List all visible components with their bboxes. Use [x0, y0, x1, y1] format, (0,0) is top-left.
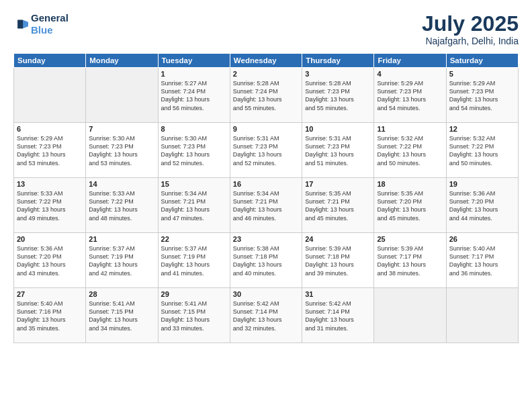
- header-wednesday: Wednesday: [230, 54, 302, 68]
- day-info: Sunrise: 5:28 AM Sunset: 7:23 PM Dayligh…: [305, 79, 371, 112]
- calendar-cell: 26Sunrise: 5:40 AM Sunset: 7:17 PM Dayli…: [446, 233, 518, 288]
- logo-icon: [13, 17, 28, 32]
- day-info: Sunrise: 5:33 AM Sunset: 7:22 PM Dayligh…: [89, 189, 154, 222]
- day-info: Sunrise: 5:39 AM Sunset: 7:18 PM Dayligh…: [305, 244, 371, 277]
- sub-title: Najafgarh, Delhi, India: [422, 36, 519, 46]
- title-block: July 2025 Najafgarh, Delhi, India: [422, 12, 519, 46]
- day-number: 12: [449, 125, 515, 133]
- day-number: 5: [449, 70, 515, 78]
- day-number: 1: [161, 70, 227, 78]
- calendar-cell: [446, 288, 518, 343]
- day-number: 7: [89, 125, 154, 133]
- day-number: 25: [377, 235, 443, 243]
- day-info: Sunrise: 5:41 AM Sunset: 7:15 PM Dayligh…: [89, 300, 154, 332]
- calendar-cell: 17Sunrise: 5:35 AM Sunset: 7:21 PM Dayli…: [302, 178, 374, 233]
- day-info: Sunrise: 5:31 AM Sunset: 7:23 PM Dayligh…: [305, 134, 371, 167]
- day-info: Sunrise: 5:36 AM Sunset: 7:20 PM Dayligh…: [17, 244, 83, 277]
- calendar-cell: 14Sunrise: 5:33 AM Sunset: 7:22 PM Dayli…: [86, 178, 158, 233]
- day-number: 18: [377, 180, 443, 188]
- day-info: Sunrise: 5:34 AM Sunset: 7:21 PM Dayligh…: [233, 189, 299, 222]
- day-info: Sunrise: 5:41 AM Sunset: 7:15 PM Dayligh…: [161, 300, 227, 332]
- header-sunday: Sunday: [14, 54, 86, 68]
- day-number: 20: [17, 235, 83, 243]
- header-saturday: Saturday: [446, 54, 518, 68]
- day-info: Sunrise: 5:36 AM Sunset: 7:20 PM Dayligh…: [449, 189, 515, 222]
- day-info: Sunrise: 5:29 AM Sunset: 7:23 PM Dayligh…: [449, 79, 515, 112]
- day-info: Sunrise: 5:37 AM Sunset: 7:19 PM Dayligh…: [161, 244, 227, 277]
- day-number: 23: [233, 235, 299, 243]
- day-number: 29: [161, 290, 227, 298]
- calendar-cell: 5Sunrise: 5:29 AM Sunset: 7:23 PM Daylig…: [446, 68, 518, 123]
- day-info: Sunrise: 5:42 AM Sunset: 7:14 PM Dayligh…: [305, 300, 371, 332]
- calendar-header-row: Sunday Monday Tuesday Wednesday Thursday…: [14, 54, 519, 68]
- calendar-cell: 9Sunrise: 5:31 AM Sunset: 7:23 PM Daylig…: [230, 123, 302, 178]
- day-info: Sunrise: 5:32 AM Sunset: 7:22 PM Dayligh…: [377, 134, 443, 167]
- calendar-cell: 23Sunrise: 5:38 AM Sunset: 7:18 PM Dayli…: [230, 233, 302, 288]
- header-friday: Friday: [374, 54, 446, 68]
- day-number: 11: [377, 125, 443, 133]
- calendar-week-2: 6Sunrise: 5:29 AM Sunset: 7:23 PM Daylig…: [14, 123, 519, 178]
- calendar-cell: 15Sunrise: 5:34 AM Sunset: 7:21 PM Dayli…: [158, 178, 230, 233]
- logo: General Blue: [13, 12, 69, 36]
- day-number: 19: [449, 180, 515, 188]
- calendar-cell: [14, 68, 86, 123]
- day-info: Sunrise: 5:42 AM Sunset: 7:14 PM Dayligh…: [233, 300, 299, 332]
- calendar-week-1: 1Sunrise: 5:27 AM Sunset: 7:24 PM Daylig…: [14, 68, 519, 123]
- calendar-week-4: 20Sunrise: 5:36 AM Sunset: 7:20 PM Dayli…: [14, 233, 519, 288]
- day-number: 24: [305, 235, 371, 243]
- calendar-cell: 25Sunrise: 5:39 AM Sunset: 7:17 PM Dayli…: [374, 233, 446, 288]
- day-number: 6: [17, 125, 83, 133]
- calendar-cell: 20Sunrise: 5:36 AM Sunset: 7:20 PM Dayli…: [14, 233, 86, 288]
- day-number: 9: [233, 125, 299, 133]
- calendar-cell: [374, 288, 446, 343]
- calendar-cell: 18Sunrise: 5:35 AM Sunset: 7:20 PM Dayli…: [374, 178, 446, 233]
- calendar-cell: 22Sunrise: 5:37 AM Sunset: 7:19 PM Dayli…: [158, 233, 230, 288]
- svg-marker-3: [17, 20, 23, 29]
- calendar-cell: 4Sunrise: 5:29 AM Sunset: 7:23 PM Daylig…: [374, 68, 446, 123]
- calendar-cell: 31Sunrise: 5:42 AM Sunset: 7:14 PM Dayli…: [302, 288, 374, 343]
- day-number: 16: [233, 180, 299, 188]
- day-number: 15: [161, 180, 227, 188]
- calendar-week-3: 13Sunrise: 5:33 AM Sunset: 7:22 PM Dayli…: [14, 178, 519, 233]
- logo-line1: General: [31, 12, 69, 24]
- day-info: Sunrise: 5:33 AM Sunset: 7:22 PM Dayligh…: [17, 189, 83, 222]
- calendar-cell: 12Sunrise: 5:32 AM Sunset: 7:22 PM Dayli…: [446, 123, 518, 178]
- day-number: 17: [305, 180, 371, 188]
- calendar-cell: 10Sunrise: 5:31 AM Sunset: 7:23 PM Dayli…: [302, 123, 374, 178]
- header-tuesday: Tuesday: [158, 54, 230, 68]
- day-number: 22: [161, 235, 227, 243]
- day-number: 14: [89, 180, 154, 188]
- day-number: 30: [233, 290, 299, 298]
- day-info: Sunrise: 5:29 AM Sunset: 7:23 PM Dayligh…: [17, 134, 83, 167]
- day-info: Sunrise: 5:40 AM Sunset: 7:16 PM Dayligh…: [17, 300, 83, 332]
- day-info: Sunrise: 5:29 AM Sunset: 7:23 PM Dayligh…: [377, 79, 443, 112]
- day-info: Sunrise: 5:34 AM Sunset: 7:21 PM Dayligh…: [161, 189, 227, 222]
- day-number: 4: [377, 70, 443, 78]
- day-number: 26: [449, 235, 515, 243]
- calendar: Sunday Monday Tuesday Wednesday Thursday…: [13, 53, 519, 343]
- day-info: Sunrise: 5:37 AM Sunset: 7:19 PM Dayligh…: [89, 244, 154, 277]
- calendar-cell: 24Sunrise: 5:39 AM Sunset: 7:18 PM Dayli…: [302, 233, 374, 288]
- day-info: Sunrise: 5:28 AM Sunset: 7:24 PM Dayligh…: [233, 79, 299, 112]
- day-info: Sunrise: 5:30 AM Sunset: 7:23 PM Dayligh…: [89, 134, 154, 167]
- header: General Blue July 2025 Najafgarh, Delhi,…: [13, 12, 519, 46]
- page: General Blue July 2025 Najafgarh, Delhi,…: [0, 0, 532, 411]
- calendar-cell: 28Sunrise: 5:41 AM Sunset: 7:15 PM Dayli…: [86, 288, 158, 343]
- logo-line2: Blue: [31, 24, 69, 36]
- calendar-cell: 27Sunrise: 5:40 AM Sunset: 7:16 PM Dayli…: [14, 288, 86, 343]
- calendar-cell: 6Sunrise: 5:29 AM Sunset: 7:23 PM Daylig…: [14, 123, 86, 178]
- calendar-week-5: 27Sunrise: 5:40 AM Sunset: 7:16 PM Dayli…: [14, 288, 519, 343]
- day-number: 21: [89, 235, 154, 243]
- calendar-cell: 1Sunrise: 5:27 AM Sunset: 7:24 PM Daylig…: [158, 68, 230, 123]
- calendar-cell: 11Sunrise: 5:32 AM Sunset: 7:22 PM Dayli…: [374, 123, 446, 178]
- calendar-cell: 19Sunrise: 5:36 AM Sunset: 7:20 PM Dayli…: [446, 178, 518, 233]
- day-info: Sunrise: 5:30 AM Sunset: 7:23 PM Dayligh…: [161, 134, 227, 167]
- day-info: Sunrise: 5:35 AM Sunset: 7:21 PM Dayligh…: [305, 189, 371, 222]
- calendar-cell: 2Sunrise: 5:28 AM Sunset: 7:24 PM Daylig…: [230, 68, 302, 123]
- day-info: Sunrise: 5:35 AM Sunset: 7:20 PM Dayligh…: [377, 189, 443, 222]
- day-info: Sunrise: 5:32 AM Sunset: 7:22 PM Dayligh…: [449, 134, 515, 167]
- calendar-cell: [86, 68, 158, 123]
- day-number: 8: [161, 125, 227, 133]
- day-info: Sunrise: 5:39 AM Sunset: 7:17 PM Dayligh…: [377, 244, 443, 277]
- day-number: 2: [233, 70, 299, 78]
